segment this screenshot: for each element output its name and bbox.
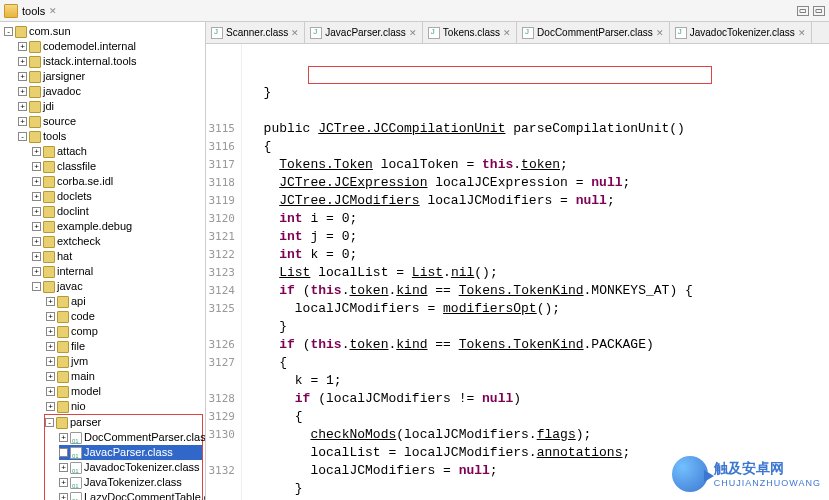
tree-item[interactable]: +JavacParser.class (59, 445, 202, 460)
package-icon (43, 176, 55, 188)
tree-item[interactable]: +example.debug (32, 219, 205, 234)
close-tab-icon[interactable]: ✕ (798, 28, 806, 38)
class-file-icon (70, 447, 82, 459)
tree-item[interactable]: +file (46, 339, 205, 354)
expand-toggle[interactable]: + (46, 297, 55, 306)
expand-toggle[interactable]: + (18, 117, 27, 126)
line-number: 3129 (206, 408, 235, 426)
tree-item[interactable]: +javadoc (18, 84, 205, 99)
package-explorer[interactable]: -com.sun+codemodel.internal+istack.inter… (0, 22, 206, 500)
expand-toggle[interactable]: + (46, 402, 55, 411)
expand-toggle[interactable]: + (59, 463, 68, 472)
expand-toggle[interactable]: + (46, 387, 55, 396)
tree-item[interactable]: +hat (32, 249, 205, 264)
tree-item[interactable]: +jdi (18, 99, 205, 114)
close-tab-icon[interactable]: ✕ (503, 28, 511, 38)
expand-toggle[interactable]: + (18, 57, 27, 66)
tree-item[interactable]: +attach (32, 144, 205, 159)
editor-tab[interactable]: Tokens.class✕ (423, 22, 517, 43)
tree-item[interactable]: +LazyDocCommentTable.class (59, 490, 202, 500)
line-number: 3124 (206, 282, 235, 300)
tree-item[interactable]: +nio (46, 399, 205, 414)
tree-item-label: JavaTokenizer.class (84, 475, 182, 490)
tree-item[interactable]: +doclets (32, 189, 205, 204)
expand-toggle[interactable]: + (46, 327, 55, 336)
close-tab-icon[interactable]: ✕ (409, 28, 417, 38)
expand-toggle[interactable]: + (59, 433, 68, 442)
tree-item[interactable]: +extcheck (32, 234, 205, 249)
tree-item[interactable]: +jarsigner (18, 69, 205, 84)
expand-toggle[interactable]: + (32, 162, 41, 171)
expand-toggle[interactable]: + (46, 357, 55, 366)
line-number: 3121 (206, 228, 235, 246)
tree-item[interactable]: -tools (18, 129, 205, 144)
tree-item-label: JavadocTokenizer.class (84, 460, 200, 475)
tree-item[interactable]: +doclint (32, 204, 205, 219)
tree-item[interactable]: +jvm (46, 354, 205, 369)
expand-toggle[interactable]: + (46, 342, 55, 351)
tree-item[interactable]: +istack.internal.tools (18, 54, 205, 69)
tree-item[interactable]: +JavaTokenizer.class (59, 475, 202, 490)
watermark-icon (672, 456, 708, 492)
expand-toggle[interactable]: + (18, 42, 27, 51)
tree-item[interactable]: +main (46, 369, 205, 384)
expand-toggle[interactable]: + (32, 192, 41, 201)
view-title: tools (22, 5, 45, 17)
maximize-icon[interactable]: ▭ (813, 6, 825, 16)
code-editor[interactable]: } public JCTree.JCCompilationUnit parseC… (242, 44, 829, 500)
tree-item[interactable]: -parser (45, 415, 202, 430)
tree-item[interactable]: -javac (32, 279, 205, 294)
expand-toggle[interactable]: + (18, 102, 27, 111)
package-icon (29, 71, 41, 83)
editor-tab[interactable]: DocCommentParser.class✕ (517, 22, 670, 43)
tree-item[interactable]: +classfile (32, 159, 205, 174)
expand-toggle[interactable]: + (32, 177, 41, 186)
expand-toggle[interactable]: + (46, 312, 55, 321)
expand-toggle[interactable]: + (32, 252, 41, 261)
tree-item[interactable]: +model (46, 384, 205, 399)
editor-tab[interactable]: JavacParser.class✕ (305, 22, 423, 43)
editor-tab[interactable]: JavadocTokenizer.class✕ (670, 22, 812, 43)
expand-toggle[interactable]: + (32, 267, 41, 276)
expand-toggle[interactable]: + (46, 372, 55, 381)
line-number: 3115 (206, 120, 235, 138)
expand-toggle[interactable]: + (59, 448, 68, 457)
expand-toggle[interactable]: + (18, 87, 27, 96)
tree-item-label: jarsigner (43, 69, 85, 84)
expand-toggle[interactable]: + (18, 72, 27, 81)
line-numbers: 3115311631173118311931203121312231233124… (206, 44, 242, 500)
tree-item[interactable]: +JavadocTokenizer.class (59, 460, 202, 475)
tree-item[interactable]: +internal (32, 264, 205, 279)
close-icon[interactable]: ✕ (49, 6, 57, 16)
tree-item[interactable]: +source (18, 114, 205, 129)
java-file-icon (522, 27, 534, 39)
package-icon (29, 86, 41, 98)
editor-tab[interactable]: Scanner.class✕ (206, 22, 305, 43)
expand-toggle[interactable]: + (32, 222, 41, 231)
line-number (206, 84, 235, 102)
package-icon (57, 326, 69, 338)
minimize-icon[interactable]: ▭ (797, 6, 809, 16)
expand-toggle[interactable]: + (32, 237, 41, 246)
tree-root[interactable]: -com.sun (4, 24, 205, 39)
expand-toggle[interactable]: - (32, 282, 41, 291)
expand-toggle[interactable]: + (32, 147, 41, 156)
expand-toggle[interactable]: - (18, 132, 27, 141)
package-icon (57, 371, 69, 383)
expand-toggle[interactable]: - (45, 418, 54, 427)
tree-item[interactable]: +DocCommentParser.class (59, 430, 202, 445)
tree-item[interactable]: +codemodel.internal (18, 39, 205, 54)
expand-toggle[interactable]: + (59, 478, 68, 487)
line-number: 3125 (206, 300, 235, 318)
tree-item[interactable]: +corba.se.idl (32, 174, 205, 189)
tree-item[interactable]: +comp (46, 324, 205, 339)
close-tab-icon[interactable]: ✕ (291, 28, 299, 38)
close-tab-icon[interactable]: ✕ (656, 28, 664, 38)
tree-item[interactable]: +code (46, 309, 205, 324)
tree-item-label: nio (71, 399, 86, 414)
package-icon (57, 311, 69, 323)
tree-item[interactable]: +api (46, 294, 205, 309)
line-number (206, 372, 235, 390)
expand-toggle[interactable]: + (32, 207, 41, 216)
expand-toggle[interactable]: + (59, 493, 68, 500)
